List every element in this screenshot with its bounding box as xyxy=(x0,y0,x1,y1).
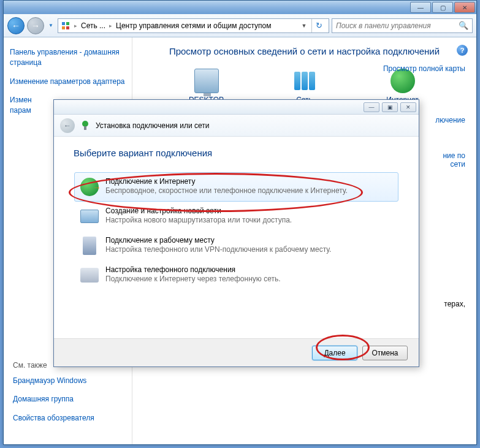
option-desc: Настройка телефонного или VPN-подключени… xyxy=(105,245,393,254)
sidebar-link-home[interactable]: Панель управления - домашняя страница xyxy=(10,47,126,68)
connection-wizard-dialog: — ▣ ✕ ← Установка подключения или сети В… xyxy=(53,99,419,367)
dialog-minimize-button[interactable]: — xyxy=(364,102,379,112)
svg-point-4 xyxy=(82,121,88,127)
main-titlebar: — ▢ ✕ xyxy=(4,1,476,14)
svg-rect-5 xyxy=(84,126,86,130)
dialog-footer: Далее Отмена xyxy=(54,338,419,366)
option-desc: Подключение к Интернету через телефонную… xyxy=(105,275,393,283)
wizard-icon xyxy=(80,120,91,131)
breadcrumb-sep-icon: ▸ xyxy=(109,23,112,29)
option-dialup[interactable]: Настройка телефонного подключения Подклю… xyxy=(74,260,398,290)
workplace-option-icon xyxy=(80,236,99,256)
option-title: Подключение к Интернету xyxy=(105,177,393,186)
internet-option-icon xyxy=(80,177,99,197)
option-title: Создание и настройка новой сети xyxy=(105,207,393,215)
cancel-button[interactable]: Отмена xyxy=(362,346,408,360)
dialog-title: Установка подключения или сети xyxy=(96,121,209,130)
svg-rect-3 xyxy=(66,26,69,29)
partial-text: терах, xyxy=(444,300,465,308)
desktop-icon xyxy=(194,69,219,93)
dialog-close-button[interactable]: ✕ xyxy=(400,102,416,112)
svg-rect-0 xyxy=(62,22,65,25)
partial-link[interactable]: лючение xyxy=(435,116,465,124)
close-button[interactable]: ✕ xyxy=(454,2,475,13)
dialog-maximize-button[interactable]: ▣ xyxy=(382,102,398,112)
dialog-header: ← Установка подключения или сети xyxy=(54,115,419,137)
sidebar-link-browser-props[interactable]: Свойства обозревателя xyxy=(13,413,94,423)
sidebar-link-firewall[interactable]: Брандмауэр Windows xyxy=(13,376,94,386)
sidebar-link-adapter[interactable]: Изменение параметров адаптера xyxy=(10,77,126,87)
option-title: Настройка телефонного подключения xyxy=(105,265,393,274)
phone-option-icon xyxy=(80,265,99,285)
option-create-network[interactable]: Создание и настройка новой сети Настройк… xyxy=(74,202,398,231)
option-title: Подключение к рабочему месту xyxy=(105,236,393,245)
partial-link[interactable]: ние по сети xyxy=(443,151,465,169)
new-network-option-icon xyxy=(80,207,99,226)
breadcrumb-item[interactable]: Сеть ... xyxy=(81,21,105,30)
option-desc: Настройка нового маршрутизатора или точк… xyxy=(105,216,393,224)
network-center-icon xyxy=(61,21,70,31)
search-icon: 🔍 xyxy=(459,21,468,30)
minimize-button[interactable]: — xyxy=(410,2,431,13)
option-connect-workplace[interactable]: Подключение к рабочему месту Настройка т… xyxy=(74,231,398,260)
search-box[interactable]: 🔍 xyxy=(332,18,473,33)
help-icon[interactable]: ? xyxy=(457,45,468,56)
nav-forward-button[interactable]: → xyxy=(27,17,44,34)
nav-history-dropdown[interactable]: ▼ xyxy=(47,20,55,32)
sidebar-link-homegroup[interactable]: Домашняя группа xyxy=(13,394,94,404)
address-bar[interactable]: ▸ Сеть ... ▸ Центр управления сетями и о… xyxy=(58,18,329,33)
dialog-titlebar: — ▣ ✕ xyxy=(54,100,419,115)
breadcrumb-sep-icon: ▸ xyxy=(74,23,77,29)
connection-options-list: Подключение к Интернету Беспроводное, ск… xyxy=(74,172,399,290)
toolbar: ← → ▼ ▸ Сеть ... ▸ Центр управления сетя… xyxy=(4,14,476,37)
next-button[interactable]: Далее xyxy=(312,346,357,360)
address-dropdown-icon[interactable]: ▼ xyxy=(299,23,309,29)
refresh-button[interactable]: ↻ xyxy=(311,19,326,32)
dialog-body: Выберите вариант подключения Подключение… xyxy=(54,137,419,302)
maximize-button[interactable]: ▢ xyxy=(432,2,453,13)
full-map-link[interactable]: Просмотр полной карты xyxy=(383,64,465,73)
search-input[interactable] xyxy=(336,21,456,30)
option-desc: Беспроводное, скоростное или телефонное … xyxy=(105,186,393,195)
page-title: Просмотр основных сведений о сети и наст… xyxy=(143,46,465,56)
network-icon xyxy=(292,69,317,93)
svg-rect-1 xyxy=(66,22,69,25)
sidebar-bottom-section: См. также Брандмауэр Windows Домашняя гр… xyxy=(13,361,94,432)
svg-rect-2 xyxy=(62,26,65,29)
dialog-back-button[interactable]: ← xyxy=(60,118,75,133)
breadcrumb-item[interactable]: Центр управления сетями и общим доступом xyxy=(116,21,272,30)
option-connect-internet[interactable]: Подключение к Интернету Беспроводное, ск… xyxy=(74,172,398,202)
nav-back-button[interactable]: ← xyxy=(7,17,25,34)
instruction-text: Выберите вариант подключения xyxy=(74,148,399,158)
